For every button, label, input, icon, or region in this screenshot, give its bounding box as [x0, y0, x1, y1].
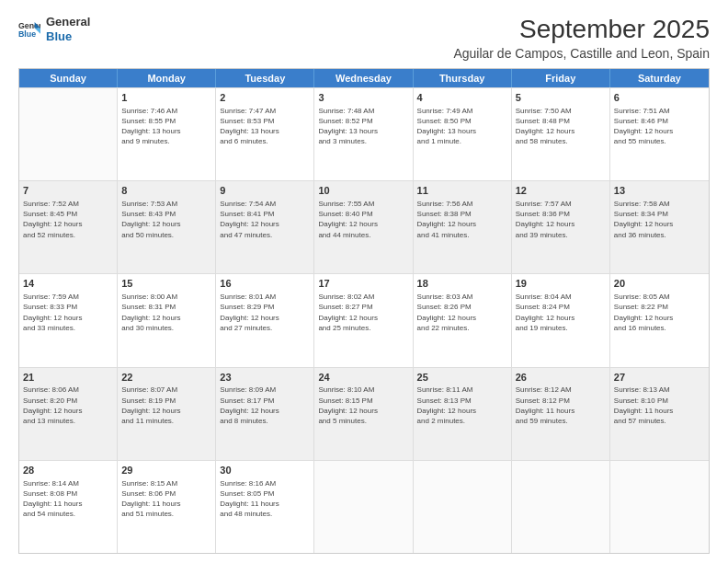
day-info: Sunrise: 8:02 AM Sunset: 8:27 PM Dayligh…: [318, 292, 408, 333]
main-title: September 2025: [453, 15, 710, 44]
calendar-cell: 28Sunrise: 8:14 AM Sunset: 8:08 PM Dayli…: [19, 461, 118, 553]
calendar-cell: 9Sunrise: 7:54 AM Sunset: 8:41 PM Daylig…: [216, 181, 314, 273]
calendar-cell: 6Sunrise: 7:51 AM Sunset: 8:46 PM Daylig…: [610, 88, 709, 180]
calendar-header-cell: Tuesday: [216, 69, 314, 87]
calendar-cell: 8Sunrise: 7:53 AM Sunset: 8:43 PM Daylig…: [118, 181, 216, 273]
calendar-row: 1Sunrise: 7:46 AM Sunset: 8:55 PM Daylig…: [19, 87, 709, 180]
page: General Blue General Blue September 2025…: [0, 0, 728, 563]
day-number: 9: [220, 184, 310, 198]
logo-icon: General Blue: [18, 20, 40, 39]
calendar-cell: 5Sunrise: 7:50 AM Sunset: 8:48 PM Daylig…: [512, 88, 610, 180]
day-number: 5: [516, 91, 606, 105]
logo-text-line1: General: [46, 15, 90, 29]
day-info: Sunrise: 7:58 AM Sunset: 8:34 PM Dayligh…: [614, 199, 705, 240]
calendar-cell: 10Sunrise: 7:55 AM Sunset: 8:40 PM Dayli…: [314, 181, 413, 273]
day-number: 2: [220, 91, 310, 105]
calendar-header: SundayMondayTuesdayWednesdayThursdayFrid…: [19, 69, 709, 87]
day-number: 1: [121, 91, 211, 105]
day-info: Sunrise: 7:53 AM Sunset: 8:43 PM Dayligh…: [121, 199, 211, 240]
day-number: 18: [417, 277, 507, 291]
day-info: Sunrise: 7:57 AM Sunset: 8:36 PM Dayligh…: [516, 199, 606, 240]
day-number: 11: [417, 184, 507, 198]
logo: General Blue General Blue: [18, 15, 90, 43]
day-number: 6: [614, 91, 705, 105]
day-number: 21: [23, 371, 113, 385]
day-number: 4: [417, 91, 507, 105]
day-info: Sunrise: 8:06 AM Sunset: 8:20 PM Dayligh…: [23, 385, 113, 426]
day-number: 24: [318, 371, 408, 385]
day-info: Sunrise: 7:55 AM Sunset: 8:40 PM Dayligh…: [318, 199, 408, 240]
calendar-cell: 18Sunrise: 8:03 AM Sunset: 8:26 PM Dayli…: [414, 274, 512, 366]
calendar-header-cell: Wednesday: [314, 69, 413, 87]
day-number: 22: [121, 371, 211, 385]
calendar-cell: 16Sunrise: 8:01 AM Sunset: 8:29 PM Dayli…: [216, 274, 314, 366]
title-block: September 2025 Aguilar de Campos, Castil…: [453, 15, 710, 61]
day-info: Sunrise: 8:00 AM Sunset: 8:31 PM Dayligh…: [121, 292, 211, 333]
day-info: Sunrise: 8:12 AM Sunset: 8:12 PM Dayligh…: [516, 385, 606, 426]
day-info: Sunrise: 8:15 AM Sunset: 8:06 PM Dayligh…: [121, 478, 211, 520]
day-info: Sunrise: 8:04 AM Sunset: 8:24 PM Dayligh…: [516, 292, 606, 333]
calendar-cell: 22Sunrise: 8:07 AM Sunset: 8:19 PM Dayli…: [118, 368, 216, 460]
calendar-header-cell: Sunday: [19, 69, 118, 87]
day-info: Sunrise: 8:16 AM Sunset: 8:05 PM Dayligh…: [220, 478, 310, 520]
calendar-cell: 26Sunrise: 8:12 AM Sunset: 8:12 PM Dayli…: [512, 368, 610, 460]
calendar-cell: 19Sunrise: 8:04 AM Sunset: 8:24 PM Dayli…: [512, 274, 610, 366]
day-info: Sunrise: 8:11 AM Sunset: 8:13 PM Dayligh…: [417, 385, 507, 426]
day-info: Sunrise: 8:10 AM Sunset: 8:15 PM Dayligh…: [318, 385, 408, 426]
calendar-cell: [512, 461, 610, 553]
day-number: 8: [121, 184, 211, 198]
day-number: 20: [614, 277, 705, 291]
calendar-cell: 29Sunrise: 8:15 AM Sunset: 8:06 PM Dayli…: [118, 461, 216, 553]
calendar-cell: 3Sunrise: 7:48 AM Sunset: 8:52 PM Daylig…: [314, 88, 413, 180]
calendar-cell: 4Sunrise: 7:49 AM Sunset: 8:50 PM Daylig…: [414, 88, 512, 180]
calendar-cell: [19, 88, 118, 180]
day-info: Sunrise: 7:51 AM Sunset: 8:46 PM Dayligh…: [614, 106, 705, 147]
calendar-cell: 23Sunrise: 8:09 AM Sunset: 8:17 PM Dayli…: [216, 368, 314, 460]
day-info: Sunrise: 8:03 AM Sunset: 8:26 PM Dayligh…: [417, 292, 507, 333]
day-info: Sunrise: 7:54 AM Sunset: 8:41 PM Dayligh…: [220, 199, 310, 240]
calendar-cell: 21Sunrise: 8:06 AM Sunset: 8:20 PM Dayli…: [19, 368, 118, 460]
day-number: 16: [220, 277, 310, 291]
calendar-cell: 1Sunrise: 7:46 AM Sunset: 8:55 PM Daylig…: [118, 88, 216, 180]
header: General Blue General Blue September 2025…: [18, 15, 710, 61]
day-number: 30: [220, 464, 310, 477]
day-info: Sunrise: 7:52 AM Sunset: 8:45 PM Dayligh…: [23, 199, 113, 240]
day-number: 29: [121, 464, 211, 477]
calendar-cell: 7Sunrise: 7:52 AM Sunset: 8:45 PM Daylig…: [19, 181, 118, 273]
day-info: Sunrise: 8:13 AM Sunset: 8:10 PM Dayligh…: [614, 385, 705, 426]
day-info: Sunrise: 7:48 AM Sunset: 8:52 PM Dayligh…: [318, 106, 408, 147]
calendar-cell: [314, 461, 413, 553]
day-number: 12: [516, 184, 606, 198]
calendar-cell: 17Sunrise: 8:02 AM Sunset: 8:27 PM Dayli…: [314, 274, 413, 366]
day-number: 10: [318, 184, 408, 198]
day-number: 28: [23, 464, 113, 477]
day-info: Sunrise: 7:47 AM Sunset: 8:53 PM Dayligh…: [220, 106, 310, 147]
day-number: 15: [121, 277, 211, 291]
calendar-row: 28Sunrise: 8:14 AM Sunset: 8:08 PM Dayli…: [19, 460, 709, 553]
calendar-header-cell: Thursday: [414, 69, 512, 87]
day-number: 3: [318, 91, 408, 105]
subtitle: Aguilar de Campos, Castille and Leon, Sp…: [453, 46, 710, 61]
calendar-cell: 12Sunrise: 7:57 AM Sunset: 8:36 PM Dayli…: [512, 181, 610, 273]
calendar-cell: 24Sunrise: 8:10 AM Sunset: 8:15 PM Dayli…: [314, 368, 413, 460]
calendar: SundayMondayTuesdayWednesdayThursdayFrid…: [18, 68, 710, 554]
calendar-header-cell: Friday: [512, 69, 610, 87]
calendar-cell: [414, 461, 512, 553]
calendar-row: 7Sunrise: 7:52 AM Sunset: 8:45 PM Daylig…: [19, 180, 709, 273]
day-info: Sunrise: 8:14 AM Sunset: 8:08 PM Dayligh…: [23, 478, 113, 520]
calendar-cell: 2Sunrise: 7:47 AM Sunset: 8:53 PM Daylig…: [216, 88, 314, 180]
day-number: 23: [220, 371, 310, 385]
calendar-header-cell: Saturday: [610, 69, 709, 87]
day-number: 25: [417, 371, 507, 385]
calendar-cell: [610, 461, 709, 553]
calendar-header-cell: Monday: [118, 69, 216, 87]
svg-text:Blue: Blue: [18, 29, 36, 39]
day-info: Sunrise: 8:05 AM Sunset: 8:22 PM Dayligh…: [614, 292, 705, 333]
calendar-row: 14Sunrise: 7:59 AM Sunset: 8:33 PM Dayli…: [19, 273, 709, 366]
day-number: 7: [23, 184, 113, 198]
calendar-body: 1Sunrise: 7:46 AM Sunset: 8:55 PM Daylig…: [19, 87, 709, 553]
calendar-cell: 30Sunrise: 8:16 AM Sunset: 8:05 PM Dayli…: [216, 461, 314, 553]
day-number: 27: [614, 371, 705, 385]
logo-text-line2: Blue: [46, 29, 90, 44]
calendar-cell: 20Sunrise: 8:05 AM Sunset: 8:22 PM Dayli…: [610, 274, 709, 366]
